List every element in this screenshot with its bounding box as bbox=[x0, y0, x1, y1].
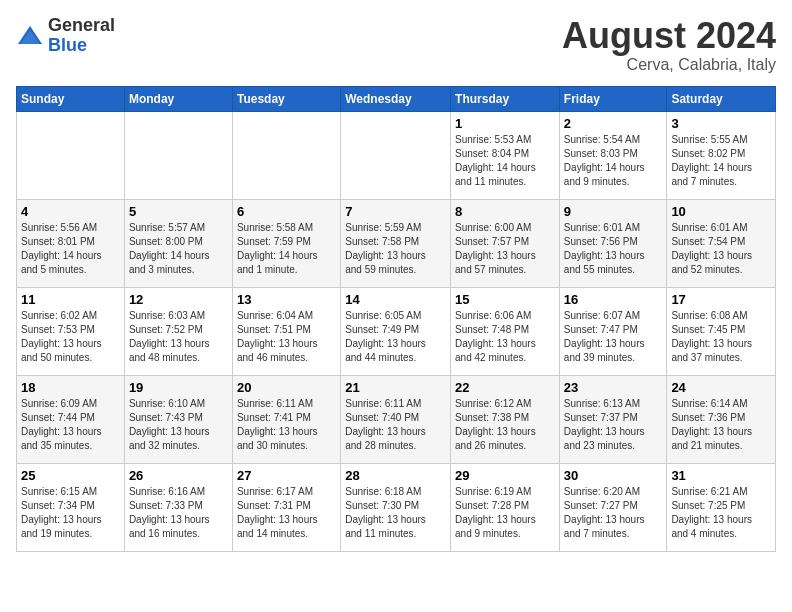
calendar-cell: 25Sunrise: 6:15 AM Sunset: 7:34 PM Dayli… bbox=[17, 463, 125, 551]
calendar-cell bbox=[17, 111, 125, 199]
day-number: 22 bbox=[455, 380, 555, 395]
day-info: Sunrise: 6:09 AM Sunset: 7:44 PM Dayligh… bbox=[21, 397, 120, 453]
day-number: 8 bbox=[455, 204, 555, 219]
day-number: 19 bbox=[129, 380, 228, 395]
calendar-cell: 5Sunrise: 5:57 AM Sunset: 8:00 PM Daylig… bbox=[124, 199, 232, 287]
calendar-cell: 3Sunrise: 5:55 AM Sunset: 8:02 PM Daylig… bbox=[667, 111, 776, 199]
calendar-cell: 19Sunrise: 6:10 AM Sunset: 7:43 PM Dayli… bbox=[124, 375, 232, 463]
day-number: 12 bbox=[129, 292, 228, 307]
weekday-header-monday: Monday bbox=[124, 86, 232, 111]
day-info: Sunrise: 6:01 AM Sunset: 7:54 PM Dayligh… bbox=[671, 221, 771, 277]
location-subtitle: Cerva, Calabria, Italy bbox=[562, 56, 776, 74]
calendar-cell: 10Sunrise: 6:01 AM Sunset: 7:54 PM Dayli… bbox=[667, 199, 776, 287]
day-number: 13 bbox=[237, 292, 336, 307]
day-info: Sunrise: 6:14 AM Sunset: 7:36 PM Dayligh… bbox=[671, 397, 771, 453]
calendar-cell: 23Sunrise: 6:13 AM Sunset: 7:37 PM Dayli… bbox=[559, 375, 667, 463]
day-info: Sunrise: 5:55 AM Sunset: 8:02 PM Dayligh… bbox=[671, 133, 771, 189]
day-number: 14 bbox=[345, 292, 446, 307]
day-number: 4 bbox=[21, 204, 120, 219]
title-block: August 2024 Cerva, Calabria, Italy bbox=[562, 16, 776, 74]
week-row-2: 4Sunrise: 5:56 AM Sunset: 8:01 PM Daylig… bbox=[17, 199, 776, 287]
day-info: Sunrise: 6:21 AM Sunset: 7:25 PM Dayligh… bbox=[671, 485, 771, 541]
day-info: Sunrise: 5:59 AM Sunset: 7:58 PM Dayligh… bbox=[345, 221, 446, 277]
day-info: Sunrise: 6:06 AM Sunset: 7:48 PM Dayligh… bbox=[455, 309, 555, 365]
day-number: 15 bbox=[455, 292, 555, 307]
logo-blue-text: Blue bbox=[48, 36, 115, 56]
day-info: Sunrise: 6:10 AM Sunset: 7:43 PM Dayligh… bbox=[129, 397, 228, 453]
day-info: Sunrise: 6:19 AM Sunset: 7:28 PM Dayligh… bbox=[455, 485, 555, 541]
day-info: Sunrise: 6:12 AM Sunset: 7:38 PM Dayligh… bbox=[455, 397, 555, 453]
week-row-4: 18Sunrise: 6:09 AM Sunset: 7:44 PM Dayli… bbox=[17, 375, 776, 463]
day-number: 31 bbox=[671, 468, 771, 483]
day-number: 10 bbox=[671, 204, 771, 219]
calendar-cell: 1Sunrise: 5:53 AM Sunset: 8:04 PM Daylig… bbox=[451, 111, 560, 199]
day-number: 20 bbox=[237, 380, 336, 395]
calendar-cell: 14Sunrise: 6:05 AM Sunset: 7:49 PM Dayli… bbox=[341, 287, 451, 375]
day-number: 21 bbox=[345, 380, 446, 395]
day-info: Sunrise: 6:07 AM Sunset: 7:47 PM Dayligh… bbox=[564, 309, 663, 365]
calendar-cell: 30Sunrise: 6:20 AM Sunset: 7:27 PM Dayli… bbox=[559, 463, 667, 551]
calendar-cell: 16Sunrise: 6:07 AM Sunset: 7:47 PM Dayli… bbox=[559, 287, 667, 375]
logo: General Blue bbox=[16, 16, 115, 56]
weekday-header-saturday: Saturday bbox=[667, 86, 776, 111]
day-number: 3 bbox=[671, 116, 771, 131]
day-number: 2 bbox=[564, 116, 663, 131]
calendar-cell: 9Sunrise: 6:01 AM Sunset: 7:56 PM Daylig… bbox=[559, 199, 667, 287]
calendar-cell: 12Sunrise: 6:03 AM Sunset: 7:52 PM Dayli… bbox=[124, 287, 232, 375]
logo-general-text: General bbox=[48, 16, 115, 36]
day-info: Sunrise: 6:16 AM Sunset: 7:33 PM Dayligh… bbox=[129, 485, 228, 541]
day-number: 29 bbox=[455, 468, 555, 483]
day-number: 28 bbox=[345, 468, 446, 483]
day-number: 16 bbox=[564, 292, 663, 307]
calendar-cell: 20Sunrise: 6:11 AM Sunset: 7:41 PM Dayli… bbox=[232, 375, 340, 463]
calendar-cell: 13Sunrise: 6:04 AM Sunset: 7:51 PM Dayli… bbox=[232, 287, 340, 375]
day-info: Sunrise: 5:58 AM Sunset: 7:59 PM Dayligh… bbox=[237, 221, 336, 277]
day-number: 26 bbox=[129, 468, 228, 483]
weekday-header-friday: Friday bbox=[559, 86, 667, 111]
week-row-1: 1Sunrise: 5:53 AM Sunset: 8:04 PM Daylig… bbox=[17, 111, 776, 199]
calendar-table: SundayMondayTuesdayWednesdayThursdayFrid… bbox=[16, 86, 776, 552]
day-info: Sunrise: 6:17 AM Sunset: 7:31 PM Dayligh… bbox=[237, 485, 336, 541]
day-info: Sunrise: 6:04 AM Sunset: 7:51 PM Dayligh… bbox=[237, 309, 336, 365]
month-year-title: August 2024 bbox=[562, 16, 776, 56]
weekday-header-tuesday: Tuesday bbox=[232, 86, 340, 111]
day-number: 6 bbox=[237, 204, 336, 219]
weekday-header-sunday: Sunday bbox=[17, 86, 125, 111]
calendar-cell: 4Sunrise: 5:56 AM Sunset: 8:01 PM Daylig… bbox=[17, 199, 125, 287]
calendar-cell: 18Sunrise: 6:09 AM Sunset: 7:44 PM Dayli… bbox=[17, 375, 125, 463]
calendar-cell: 6Sunrise: 5:58 AM Sunset: 7:59 PM Daylig… bbox=[232, 199, 340, 287]
day-number: 27 bbox=[237, 468, 336, 483]
calendar-cell: 22Sunrise: 6:12 AM Sunset: 7:38 PM Dayli… bbox=[451, 375, 560, 463]
day-info: Sunrise: 6:05 AM Sunset: 7:49 PM Dayligh… bbox=[345, 309, 446, 365]
day-info: Sunrise: 6:03 AM Sunset: 7:52 PM Dayligh… bbox=[129, 309, 228, 365]
weekday-header-thursday: Thursday bbox=[451, 86, 560, 111]
day-number: 17 bbox=[671, 292, 771, 307]
day-info: Sunrise: 6:20 AM Sunset: 7:27 PM Dayligh… bbox=[564, 485, 663, 541]
day-info: Sunrise: 6:18 AM Sunset: 7:30 PM Dayligh… bbox=[345, 485, 446, 541]
day-info: Sunrise: 6:11 AM Sunset: 7:40 PM Dayligh… bbox=[345, 397, 446, 453]
day-info: Sunrise: 6:00 AM Sunset: 7:57 PM Dayligh… bbox=[455, 221, 555, 277]
calendar-cell bbox=[124, 111, 232, 199]
day-number: 9 bbox=[564, 204, 663, 219]
calendar-cell: 27Sunrise: 6:17 AM Sunset: 7:31 PM Dayli… bbox=[232, 463, 340, 551]
day-info: Sunrise: 5:56 AM Sunset: 8:01 PM Dayligh… bbox=[21, 221, 120, 277]
day-number: 25 bbox=[21, 468, 120, 483]
day-number: 24 bbox=[671, 380, 771, 395]
day-number: 5 bbox=[129, 204, 228, 219]
day-info: Sunrise: 6:01 AM Sunset: 7:56 PM Dayligh… bbox=[564, 221, 663, 277]
week-row-5: 25Sunrise: 6:15 AM Sunset: 7:34 PM Dayli… bbox=[17, 463, 776, 551]
day-info: Sunrise: 6:11 AM Sunset: 7:41 PM Dayligh… bbox=[237, 397, 336, 453]
calendar-cell: 24Sunrise: 6:14 AM Sunset: 7:36 PM Dayli… bbox=[667, 375, 776, 463]
weekday-header-wednesday: Wednesday bbox=[341, 86, 451, 111]
day-info: Sunrise: 6:08 AM Sunset: 7:45 PM Dayligh… bbox=[671, 309, 771, 365]
day-info: Sunrise: 6:13 AM Sunset: 7:37 PM Dayligh… bbox=[564, 397, 663, 453]
week-row-3: 11Sunrise: 6:02 AM Sunset: 7:53 PM Dayli… bbox=[17, 287, 776, 375]
calendar-cell: 8Sunrise: 6:00 AM Sunset: 7:57 PM Daylig… bbox=[451, 199, 560, 287]
day-number: 11 bbox=[21, 292, 120, 307]
calendar-cell: 17Sunrise: 6:08 AM Sunset: 7:45 PM Dayli… bbox=[667, 287, 776, 375]
weekday-header-row: SundayMondayTuesdayWednesdayThursdayFrid… bbox=[17, 86, 776, 111]
calendar-cell: 7Sunrise: 5:59 AM Sunset: 7:58 PM Daylig… bbox=[341, 199, 451, 287]
calendar-cell: 11Sunrise: 6:02 AM Sunset: 7:53 PM Dayli… bbox=[17, 287, 125, 375]
page-header: General Blue August 2024 Cerva, Calabria… bbox=[16, 16, 776, 74]
day-info: Sunrise: 5:57 AM Sunset: 8:00 PM Dayligh… bbox=[129, 221, 228, 277]
